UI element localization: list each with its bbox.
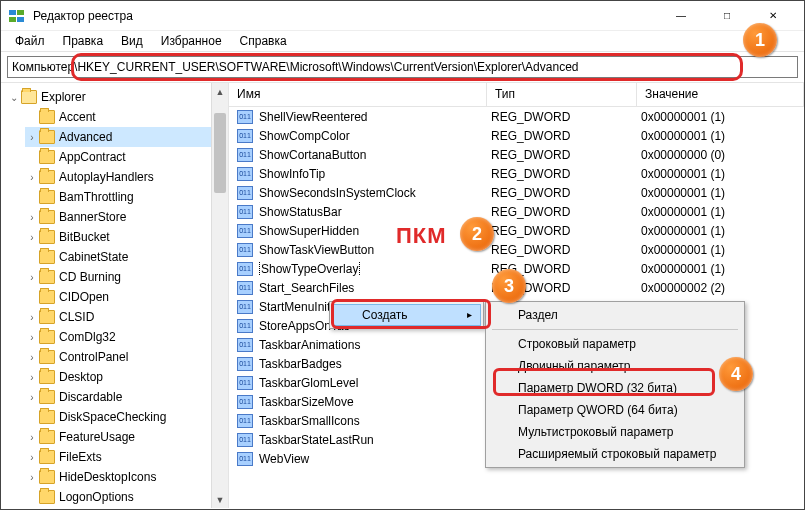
tree-item[interactable]: ›ControlPanel xyxy=(25,347,228,367)
tree-item-label: BannerStore xyxy=(59,210,126,224)
column-headers: Имя Тип Значение xyxy=(229,83,804,107)
col-type[interactable]: Тип xyxy=(487,83,637,106)
folder-icon xyxy=(39,350,55,364)
registry-value-row[interactable]: ShowSecondsInSystemClockREG_DWORD0x00000… xyxy=(229,183,804,202)
registry-value-row[interactable]: ShowCortanaButtonREG_DWORD0x00000000 (0) xyxy=(229,145,804,164)
expand-icon[interactable]: › xyxy=(25,332,39,343)
folder-icon xyxy=(39,230,55,244)
expand-icon[interactable]: › xyxy=(25,232,39,243)
tree-item[interactable]: DiskSpaceChecking xyxy=(25,407,228,427)
tree-item-label: HideDesktopIcons xyxy=(59,470,156,484)
expand-icon[interactable]: › xyxy=(25,372,39,383)
registry-value-row[interactable]: Start_SearchFilesREG_DWORD0x00000002 (2) xyxy=(229,278,804,297)
ctx-create[interactable]: Создать xyxy=(332,304,481,326)
dword-icon xyxy=(237,110,253,124)
expand-icon[interactable]: › xyxy=(25,212,39,223)
expand-icon[interactable]: › xyxy=(25,172,39,183)
tree-item-label: CabinetState xyxy=(59,250,128,264)
tree-item[interactable]: AppContract xyxy=(25,147,228,167)
row-name: ShowCortanaButton xyxy=(257,148,483,162)
registry-value-row[interactable]: ShowInfoTipREG_DWORD0x00000001 (1) xyxy=(229,164,804,183)
registry-value-row[interactable]: ShellViewReenteredREG_DWORD0x00000001 (1… xyxy=(229,107,804,126)
ctx-new-multi[interactable]: Мультистроковый параметр xyxy=(488,421,742,443)
expand-icon[interactable]: › xyxy=(25,432,39,443)
tree-item[interactable]: CIDOpen xyxy=(25,287,228,307)
ctx-new-string[interactable]: Строковый параметр xyxy=(488,333,742,355)
tree-item[interactable]: ›Advanced xyxy=(25,127,228,147)
dword-icon xyxy=(237,224,253,238)
regedit-icon xyxy=(9,8,25,24)
folder-icon xyxy=(39,390,55,404)
close-button[interactable]: ✕ xyxy=(750,1,796,31)
dword-icon xyxy=(237,186,253,200)
tree-item[interactable]: ›BannerStore xyxy=(25,207,228,227)
tree-item[interactable]: ›CD Burning xyxy=(25,267,228,287)
row-name: WebView xyxy=(257,452,483,466)
expand-icon[interactable]: › xyxy=(25,352,39,363)
row-type: REG_DWORD xyxy=(483,281,633,295)
tree-item[interactable]: ›Desktop xyxy=(25,367,228,387)
tree-item[interactable]: BamThrottling xyxy=(25,187,228,207)
row-type: REG_DWORD xyxy=(483,243,633,257)
expand-icon[interactable]: › xyxy=(25,392,39,403)
scroll-up-icon[interactable]: ▲ xyxy=(212,83,228,100)
dword-icon xyxy=(237,376,253,390)
tree-item-label: AppContract xyxy=(59,150,126,164)
dword-icon xyxy=(237,148,253,162)
scroll-down-icon[interactable]: ▼ xyxy=(212,491,228,508)
dword-icon xyxy=(237,433,253,447)
tree-item[interactable]: LogonOptions xyxy=(25,487,228,507)
expand-icon[interactable]: › xyxy=(25,472,39,483)
registry-value-row[interactable]: ShowStatusBarREG_DWORD0x00000001 (1) xyxy=(229,202,804,221)
tree-item-label: LogonOptions xyxy=(59,490,134,504)
tree-item[interactable]: ›BitBucket xyxy=(25,227,228,247)
tree-item[interactable]: ›Discardable xyxy=(25,387,228,407)
col-name[interactable]: Имя xyxy=(229,83,487,106)
registry-value-row[interactable]: ShowCompColorREG_DWORD0x00000001 (1) xyxy=(229,126,804,145)
registry-value-row[interactable]: ShowTaskViewButtonREG_DWORD0x00000001 (1… xyxy=(229,240,804,259)
registry-value-row[interactable]: ShowTypeOverlayREG_DWORD0x00000001 (1) xyxy=(229,259,804,278)
menu-favorites[interactable]: Избранное xyxy=(153,32,230,50)
context-menu-new: Раздел Строковый параметр Двоичный парам… xyxy=(485,301,745,468)
registry-value-row[interactable]: ShowSuperHiddenREG_DWORD0x00000001 (1) xyxy=(229,221,804,240)
svg-rect-2 xyxy=(9,17,16,22)
dword-icon xyxy=(237,129,253,143)
address-input[interactable] xyxy=(7,56,798,78)
ctx-new-expand[interactable]: Расширяемый строковый параметр xyxy=(488,443,742,465)
scroll-thumb[interactable] xyxy=(214,113,226,193)
ctx-new-dword[interactable]: Параметр DWORD (32 бита) xyxy=(488,377,742,399)
ctx-new-qword[interactable]: Параметр QWORD (64 бита) xyxy=(488,399,742,421)
dword-icon xyxy=(237,281,253,295)
expand-icon[interactable]: › xyxy=(25,452,39,463)
tree-item[interactable]: ›ComDlg32 xyxy=(25,327,228,347)
row-name: TaskbarAnimations xyxy=(257,338,483,352)
tree-item[interactable]: ›HideDesktopIcons xyxy=(25,467,228,487)
ctx-new-binary[interactable]: Двоичный параметр xyxy=(488,355,742,377)
main-panel: ⌄ Explorer Accent›AdvancedAppContract›Au… xyxy=(1,83,804,508)
tree-item-label: BitBucket xyxy=(59,230,110,244)
tree-scrollbar[interactable]: ▲ ▼ xyxy=(211,83,228,508)
expand-icon[interactable]: › xyxy=(25,312,39,323)
tree-item[interactable]: CabinetState xyxy=(25,247,228,267)
menu-file[interactable]: Файл xyxy=(7,32,53,50)
context-menu-main: Создать xyxy=(329,301,484,329)
tree-item[interactable]: Accent xyxy=(25,107,228,127)
menu-edit[interactable]: Правка xyxy=(55,32,112,50)
row-type: REG_DWORD xyxy=(483,262,633,276)
menu-help[interactable]: Справка xyxy=(232,32,295,50)
minimize-button[interactable]: — xyxy=(658,1,704,31)
menu-view[interactable]: Вид xyxy=(113,32,151,50)
folder-icon xyxy=(39,290,55,304)
col-value[interactable]: Значение xyxy=(637,83,804,106)
folder-icon xyxy=(39,110,55,124)
tree-item[interactable]: ›AutoplayHandlers xyxy=(25,167,228,187)
ctx-new-key[interactable]: Раздел xyxy=(488,304,742,326)
tree-item[interactable]: ›FeatureUsage xyxy=(25,427,228,447)
expand-icon[interactable]: › xyxy=(25,272,39,283)
maximize-button[interactable]: □ xyxy=(704,1,750,31)
row-name: ShowTaskViewButton xyxy=(257,243,483,257)
tree-item[interactable]: ›CLSID xyxy=(25,307,228,327)
tree-item[interactable]: ›FileExts xyxy=(25,447,228,467)
tree-root[interactable]: ⌄ Explorer xyxy=(7,87,228,107)
expand-icon[interactable]: › xyxy=(25,132,39,143)
